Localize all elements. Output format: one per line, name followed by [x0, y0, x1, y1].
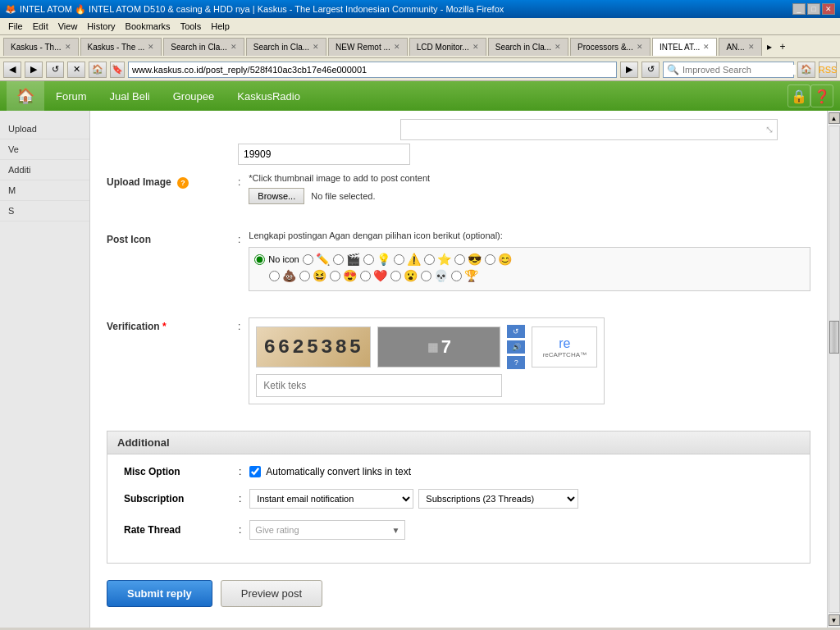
icon-star[interactable]: ⭐: [424, 253, 451, 266]
home-button[interactable]: 🏠: [89, 62, 107, 78]
new-tab-button[interactable]: +: [777, 39, 789, 54]
window-controls[interactable]: _ □ ✕: [792, 3, 835, 15]
icon-love-radio[interactable]: [330, 271, 340, 281]
icon-surprised[interactable]: 😮: [390, 269, 418, 282]
icon-skull-radio[interactable]: [421, 271, 431, 281]
convert-links-checkbox[interactable]: [249, 466, 261, 477]
rss-button[interactable]: RSS: [819, 62, 837, 78]
icon-trophy-radio[interactable]: [451, 271, 462, 281]
tab-close-1[interactable]: ✕: [148, 43, 154, 51]
icon-poop-radio[interactable]: [269, 271, 280, 281]
help-icon[interactable]: ❓: [810, 84, 833, 107]
icon-surprised-radio[interactable]: [390, 271, 401, 281]
subscription-dropdown[interactable]: Instant email notification: [249, 489, 413, 509]
tab-close-7[interactable]: ✕: [637, 43, 643, 51]
search-input[interactable]: [682, 65, 796, 75]
scroll-track[interactable]: [829, 126, 840, 613]
icon-pencil-radio[interactable]: [303, 254, 313, 265]
tab-5[interactable]: LCD Monitor...✕: [409, 38, 486, 56]
scroll-up-button[interactable]: ▲: [829, 112, 840, 124]
captcha-help-button[interactable]: ?: [507, 356, 525, 369]
menu-file[interactable]: File: [3, 20, 28, 33]
no-icon-radio[interactable]: [254, 254, 265, 265]
menu-tools[interactable]: Tools: [176, 20, 207, 33]
tab-0[interactable]: Kaskus - Th...✕: [3, 38, 79, 56]
icon-bulb-radio[interactable]: [363, 254, 374, 265]
browse-button[interactable]: Browse...: [249, 188, 304, 204]
sidebar-item-m[interactable]: M: [0, 180, 89, 201]
lock-icon[interactable]: 🔒: [788, 84, 810, 107]
tab-close-4[interactable]: ✕: [394, 43, 400, 51]
no-icon-option[interactable]: No icon: [254, 254, 299, 265]
menu-view[interactable]: View: [53, 20, 83, 33]
captcha-audio-button[interactable]: 🔊: [507, 340, 525, 354]
tab-9[interactable]: AN...✕: [719, 38, 761, 56]
tab-2[interactable]: Search in Cla...✕: [163, 38, 244, 56]
scrollbar[interactable]: ▲ ▼: [827, 111, 840, 628]
icon-heart-radio[interactable]: [360, 271, 371, 281]
submit-reply-button[interactable]: Submit reply: [107, 580, 212, 607]
tab-3[interactable]: Search in Cla...✕: [246, 38, 326, 56]
tab-close-0[interactable]: ✕: [65, 43, 71, 51]
captcha-text-input[interactable]: [256, 374, 502, 397]
forward-button[interactable]: ▶: [25, 62, 43, 78]
tab-8[interactable]: INTEL AT...✕: [652, 38, 717, 56]
tab-more-button[interactable]: ▸: [764, 39, 775, 54]
stop-button[interactable]: ✕: [67, 62, 85, 78]
icon-heart[interactable]: ❤️: [360, 269, 387, 282]
minimize-button[interactable]: _: [792, 3, 806, 15]
icon-laugh-radio[interactable]: [299, 271, 310, 281]
sidebar-item-ve[interactable]: Ve: [0, 139, 89, 160]
icon-cool-radio[interactable]: [454, 254, 465, 265]
sidebar-item-upload[interactable]: Upload: [0, 119, 89, 139]
icon-smile-radio[interactable]: [485, 254, 495, 265]
icon-film-radio[interactable]: [333, 254, 344, 265]
reload-button[interactable]: ↺: [46, 62, 64, 78]
captcha-refresh-button[interactable]: ↺: [507, 325, 525, 338]
sidebar-item-additi[interactable]: Additi: [0, 160, 89, 180]
maximize-button[interactable]: □: [807, 3, 820, 15]
nav-groupee[interactable]: Groupee: [162, 81, 226, 111]
bookmark-star[interactable]: 🔖: [110, 62, 125, 78]
back-button[interactable]: ◀: [3, 62, 21, 78]
scroll-down-button[interactable]: ▼: [829, 614, 840, 626]
address-input[interactable]: [128, 62, 617, 78]
preview-post-button[interactable]: Preview post: [221, 580, 322, 607]
nav-kaskusradio[interactable]: KaskusRadio: [226, 81, 312, 111]
nav-jual-beli[interactable]: Jual Beli: [98, 81, 162, 111]
menu-history[interactable]: History: [82, 20, 120, 33]
icon-laugh[interactable]: 😆: [299, 269, 326, 282]
tab-close-3[interactable]: ✕: [313, 43, 319, 51]
go-button[interactable]: ▶: [620, 62, 638, 78]
icon-poop[interactable]: 💩: [269, 269, 296, 282]
icon-cool[interactable]: 😎: [454, 253, 482, 266]
icon-smile[interactable]: 😊: [485, 253, 512, 266]
icon-trophy[interactable]: 🏆: [451, 269, 478, 282]
subscription-threads-dropdown[interactable]: Subscriptions (23 Threads): [418, 489, 578, 509]
nav-forum[interactable]: Forum: [44, 81, 98, 111]
icon-pencil[interactable]: ✏️: [303, 253, 330, 266]
icon-warning[interactable]: ⚠️: [394, 253, 421, 266]
sidebar-item-s[interactable]: S: [0, 201, 89, 221]
tab-close-9[interactable]: ✕: [748, 43, 755, 51]
number-input[interactable]: [238, 144, 410, 165]
search-box[interactable]: 🔍 ▼: [663, 62, 794, 78]
menu-bookmarks[interactable]: Bookmarks: [121, 20, 176, 33]
menu-edit[interactable]: Edit: [28, 20, 53, 33]
tab-close-5[interactable]: ✕: [472, 43, 479, 51]
site-home-button[interactable]: 🏠: [7, 81, 44, 111]
tab-7[interactable]: Processors &...✕: [570, 38, 651, 56]
tab-close-8[interactable]: ✕: [703, 43, 710, 51]
icon-skull[interactable]: 💀: [421, 269, 448, 282]
tab-close-2[interactable]: ✕: [231, 43, 237, 51]
rate-dropdown[interactable]: Give rating ▼: [249, 520, 405, 540]
tab-4[interactable]: NEW Remot ...✕: [328, 38, 408, 56]
close-button[interactable]: ✕: [822, 3, 835, 15]
tab-close-6[interactable]: ✕: [555, 43, 561, 51]
icon-star-radio[interactable]: [424, 254, 435, 265]
reload-addr-button[interactable]: ↺: [641, 62, 660, 78]
icon-film[interactable]: 🎬: [333, 253, 360, 266]
icon-bulb[interactable]: 💡: [363, 253, 390, 266]
icon-warning-radio[interactable]: [394, 254, 404, 265]
home-page-button[interactable]: 🏠: [797, 62, 815, 78]
